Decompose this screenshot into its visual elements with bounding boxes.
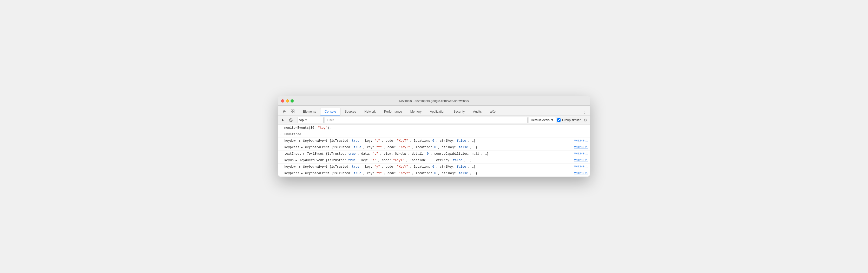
source-link[interactable]: VM1240:1 <box>569 158 588 163</box>
row-content: keydown ▶ KeyboardEvent {isTrusted: true… <box>284 165 569 169</box>
tab-elements[interactable]: Elements <box>299 108 320 115</box>
expand-icon[interactable]: ▶ <box>299 139 301 143</box>
close-button[interactable] <box>281 99 284 103</box>
tab-network[interactable]: Network <box>360 108 380 115</box>
expand-icon[interactable]: ▶ <box>303 152 305 156</box>
traffic-lights <box>281 99 294 103</box>
clear-console-button[interactable] <box>287 117 294 124</box>
maximize-button[interactable] <box>290 99 294 103</box>
tab-console[interactable]: Console <box>320 108 340 115</box>
svg-rect-2 <box>291 111 292 113</box>
tab-security[interactable]: Security <box>450 108 469 115</box>
svg-rect-0 <box>291 110 292 111</box>
inspect-icon[interactable] <box>288 107 297 115</box>
row-content: keyup ▶ KeyboardEvent {isTrusted: true ,… <box>284 158 569 163</box>
expand-icon[interactable]: ▶ <box>296 159 297 163</box>
tab-sources[interactable]: Sources <box>340 108 360 115</box>
settings-button[interactable]: ⚙ <box>582 117 588 124</box>
devtools-icons <box>280 107 297 115</box>
console-row: ‹ undefined <box>278 131 590 138</box>
input-indicator: › <box>280 126 282 130</box>
console-output: › monitorEvents($0, "key"); ‹ undefined … <box>278 125 590 177</box>
console-toolbar: top ▼ Default levels ▼ Group similar ⚙ <box>278 115 590 125</box>
svg-line-6 <box>290 119 292 121</box>
devtools-window: DevTools - developers.google.com/web/sho… <box>278 96 590 177</box>
tab-memory[interactable]: Memory <box>406 108 426 115</box>
group-similar-checkbox[interactable] <box>557 118 561 122</box>
console-row: keydown ▶ KeyboardEvent {isTrusted: true… <box>278 138 590 144</box>
row-content: keypress ▶ KeyboardEvent {isTrusted: tru… <box>284 171 569 176</box>
source-link[interactable]: VM1240:1 <box>569 139 588 143</box>
row-content: textInput ▶ TextEvent {isTrusted: true ,… <box>284 151 569 156</box>
levels-selector[interactable]: Default levels ▼ <box>529 117 556 123</box>
row-content: undefined <box>284 132 588 137</box>
tab-axe[interactable]: aXe <box>486 108 500 115</box>
output-indicator: ‹ <box>280 132 282 137</box>
play-button[interactable] <box>280 117 286 124</box>
title-bar: DevTools - developers.google.com/web/sho… <box>278 96 590 106</box>
group-similar-label[interactable]: Group similar <box>562 118 581 122</box>
console-row: keydown ▶ KeyboardEvent {isTrusted: true… <box>278 164 590 170</box>
source-link[interactable]: VM1240:1 <box>569 151 588 156</box>
cursor-icon[interactable] <box>280 107 288 115</box>
tab-application[interactable]: Application <box>426 108 450 115</box>
svg-rect-3 <box>293 111 294 113</box>
minimize-button[interactable] <box>286 99 289 103</box>
more-tabs-button[interactable]: ⋮ <box>581 108 588 115</box>
console-row: › monitorEvents($0, "key"); <box>278 125 590 131</box>
expand-icon[interactable]: ▶ <box>299 165 301 169</box>
console-row: textInput ▶ TextEvent {isTrusted: true ,… <box>278 151 590 157</box>
expand-icon[interactable]: ▶ <box>301 172 303 175</box>
console-row: keyup ▶ KeyboardEvent {isTrusted: true ,… <box>278 157 590 164</box>
context-arrow-icon: ▼ <box>305 118 307 122</box>
tab-audits[interactable]: Audits <box>469 108 486 115</box>
context-selector[interactable]: top ▼ <box>298 117 323 123</box>
expand-icon[interactable]: ▶ <box>301 145 303 149</box>
svg-rect-1 <box>293 110 294 111</box>
tab-performance[interactable]: Performance <box>380 108 406 115</box>
console-row: keypress ▶ KeyboardEvent {isTrusted: tru… <box>278 170 590 177</box>
svg-marker-4 <box>282 119 284 122</box>
window-title: DevTools - developers.google.com/web/sho… <box>399 99 469 103</box>
tabs-bar: Elements Console Sources Network Perform… <box>278 106 590 115</box>
row-content: monitorEvents($0, "key"); <box>284 126 588 130</box>
console-row: keypress ▶ KeyboardEvent {isTrusted: tru… <box>278 144 590 151</box>
source-link[interactable]: VM1240:1 <box>569 165 588 169</box>
row-content: keypress ▶ KeyboardEvent {isTrusted: tru… <box>284 145 569 150</box>
source-link[interactable]: VM1240:1 <box>569 171 588 175</box>
source-link[interactable]: VM1240:1 <box>569 145 588 149</box>
group-similar-option: Group similar <box>557 118 581 122</box>
levels-arrow-icon: ▼ <box>551 118 554 122</box>
filter-input[interactable] <box>324 117 528 123</box>
row-content: keydown ▶ KeyboardEvent {isTrusted: true… <box>284 139 569 143</box>
